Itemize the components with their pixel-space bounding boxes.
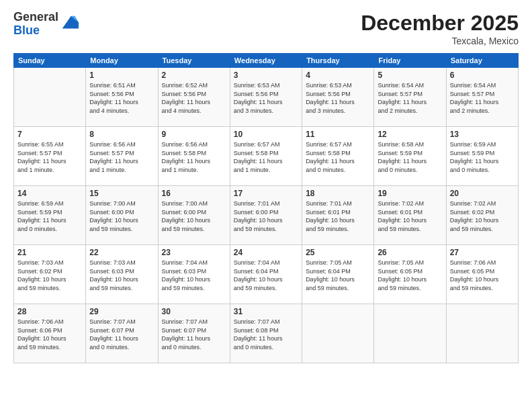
day-info: Sunrise: 7:05 AM Sunset: 6:04 PM Dayligh…	[306, 259, 370, 292]
week-row-2: 7Sunrise: 6:55 AM Sunset: 5:57 PM Daylig…	[14, 127, 519, 186]
day-info: Sunrise: 7:01 AM Sunset: 6:00 PM Dayligh…	[234, 199, 298, 233]
day-info: Sunrise: 7:07 AM Sunset: 6:07 PM Dayligh…	[162, 318, 226, 351]
day-info: Sunrise: 7:04 AM Sunset: 6:04 PM Dayligh…	[234, 259, 298, 292]
calendar-cell: 20Sunrise: 7:02 AM Sunset: 6:02 PM Dayli…	[446, 186, 518, 245]
day-number: 26	[378, 248, 442, 257]
day-number: 11	[306, 130, 370, 139]
calendar-cell: 18Sunrise: 7:01 AM Sunset: 6:01 PM Dayli…	[302, 186, 374, 245]
day-number: 18	[306, 189, 370, 198]
day-number: 15	[89, 189, 154, 198]
day-info: Sunrise: 7:06 AM Sunset: 6:06 PM Dayligh…	[17, 318, 82, 351]
week-row-5: 28Sunrise: 7:06 AM Sunset: 6:06 PM Dayli…	[14, 304, 519, 363]
col-header-wednesday: Wednesday	[230, 54, 302, 68]
calendar-cell: 28Sunrise: 7:06 AM Sunset: 6:06 PM Dayli…	[14, 304, 86, 363]
day-number: 12	[378, 130, 442, 139]
day-info: Sunrise: 6:55 AM Sunset: 5:57 PM Dayligh…	[17, 140, 82, 174]
day-number: 7	[17, 130, 82, 139]
day-info: Sunrise: 6:54 AM Sunset: 5:57 PM Dayligh…	[378, 81, 442, 115]
day-info: Sunrise: 7:00 AM Sunset: 6:00 PM Dayligh…	[89, 199, 154, 233]
logo-blue: Blue	[13, 24, 40, 37]
calendar-cell: 30Sunrise: 7:07 AM Sunset: 6:07 PM Dayli…	[158, 304, 230, 363]
day-number: 31	[234, 307, 298, 316]
header-row: SundayMondayTuesdayWednesdayThursdayFrid…	[14, 54, 519, 68]
calendar-cell: 22Sunrise: 7:03 AM Sunset: 6:03 PM Dayli…	[86, 245, 158, 304]
calendar-cell: 17Sunrise: 7:01 AM Sunset: 6:00 PM Dayli…	[230, 186, 302, 245]
calendar-cell: 16Sunrise: 7:00 AM Sunset: 6:00 PM Dayli…	[158, 186, 230, 245]
day-info: Sunrise: 7:00 AM Sunset: 6:00 PM Dayligh…	[162, 199, 226, 233]
week-row-1: 1Sunrise: 6:51 AM Sunset: 5:56 PM Daylig…	[14, 68, 519, 127]
svg-marker-0	[62, 16, 79, 29]
day-number: 6	[450, 71, 515, 80]
calendar-cell: 11Sunrise: 6:57 AM Sunset: 5:58 PM Dayli…	[302, 127, 374, 186]
calendar-cell: 26Sunrise: 7:05 AM Sunset: 6:05 PM Dayli…	[374, 245, 446, 304]
col-header-friday: Friday	[374, 54, 446, 68]
calendar-cell: 23Sunrise: 7:04 AM Sunset: 6:03 PM Dayli…	[158, 245, 230, 304]
day-info: Sunrise: 7:04 AM Sunset: 6:03 PM Dayligh…	[162, 259, 226, 292]
col-header-sunday: Sunday	[14, 54, 86, 68]
day-info: Sunrise: 7:07 AM Sunset: 6:08 PM Dayligh…	[234, 318, 298, 351]
calendar-cell: 7Sunrise: 6:55 AM Sunset: 5:57 PM Daylig…	[14, 127, 86, 186]
page: General Blue December 2025 Texcala, Mexi…	[0, 0, 532, 411]
calendar-table: SundayMondayTuesdayWednesdayThursdayFrid…	[13, 53, 519, 363]
day-number: 25	[306, 248, 370, 257]
logo-icon	[60, 13, 79, 32]
calendar-cell: 1Sunrise: 6:51 AM Sunset: 5:56 PM Daylig…	[86, 68, 158, 127]
calendar-cell: 24Sunrise: 7:04 AM Sunset: 6:04 PM Dayli…	[230, 245, 302, 304]
day-info: Sunrise: 7:03 AM Sunset: 6:02 PM Dayligh…	[17, 259, 82, 292]
day-number: 10	[234, 130, 298, 139]
day-number: 21	[17, 248, 82, 257]
calendar-cell: 21Sunrise: 7:03 AM Sunset: 6:02 PM Dayli…	[14, 245, 86, 304]
day-number: 4	[306, 71, 370, 80]
day-info: Sunrise: 7:06 AM Sunset: 6:05 PM Dayligh…	[450, 259, 515, 292]
day-info: Sunrise: 7:05 AM Sunset: 6:05 PM Dayligh…	[378, 259, 442, 292]
day-info: Sunrise: 7:02 AM Sunset: 6:02 PM Dayligh…	[450, 199, 515, 233]
calendar-cell: 4Sunrise: 6:53 AM Sunset: 5:56 PM Daylig…	[302, 68, 374, 127]
day-number: 2	[162, 71, 226, 80]
calendar-cell: 15Sunrise: 7:00 AM Sunset: 6:00 PM Dayli…	[86, 186, 158, 245]
day-number: 13	[450, 130, 515, 139]
calendar-cell: 19Sunrise: 7:02 AM Sunset: 6:01 PM Dayli…	[374, 186, 446, 245]
calendar-cell: 12Sunrise: 6:58 AM Sunset: 5:59 PM Dayli…	[374, 127, 446, 186]
day-number: 16	[162, 189, 226, 198]
location: Texcala, Mexico	[361, 36, 519, 46]
week-row-4: 21Sunrise: 7:03 AM Sunset: 6:02 PM Dayli…	[14, 245, 519, 304]
day-info: Sunrise: 7:07 AM Sunset: 6:07 PM Dayligh…	[89, 318, 154, 351]
day-number: 17	[234, 189, 298, 198]
calendar-cell	[446, 304, 518, 363]
day-info: Sunrise: 6:53 AM Sunset: 5:56 PM Dayligh…	[234, 81, 298, 115]
calendar-cell: 31Sunrise: 7:07 AM Sunset: 6:08 PM Dayli…	[230, 304, 302, 363]
calendar-cell	[374, 304, 446, 363]
day-info: Sunrise: 6:51 AM Sunset: 5:56 PM Dayligh…	[89, 81, 154, 115]
calendar-cell: 13Sunrise: 6:59 AM Sunset: 5:59 PM Dayli…	[446, 127, 518, 186]
week-row-3: 14Sunrise: 6:59 AM Sunset: 5:59 PM Dayli…	[14, 186, 519, 245]
day-number: 27	[450, 248, 515, 257]
calendar-cell: 27Sunrise: 7:06 AM Sunset: 6:05 PM Dayli…	[446, 245, 518, 304]
day-info: Sunrise: 6:54 AM Sunset: 5:57 PM Dayligh…	[450, 81, 515, 115]
day-number: 3	[234, 71, 298, 80]
day-number: 22	[89, 248, 154, 257]
calendar-cell: 29Sunrise: 7:07 AM Sunset: 6:07 PM Dayli…	[86, 304, 158, 363]
day-number: 1	[89, 71, 154, 80]
logo: General Blue	[13, 11, 79, 38]
calendar-cell: 3Sunrise: 6:53 AM Sunset: 5:56 PM Daylig…	[230, 68, 302, 127]
col-header-thursday: Thursday	[302, 54, 374, 68]
day-info: Sunrise: 6:59 AM Sunset: 5:59 PM Dayligh…	[17, 199, 82, 233]
calendar-cell: 14Sunrise: 6:59 AM Sunset: 5:59 PM Dayli…	[14, 186, 86, 245]
calendar-cell: 9Sunrise: 6:56 AM Sunset: 5:58 PM Daylig…	[158, 127, 230, 186]
day-number: 29	[89, 307, 154, 316]
day-number: 9	[162, 130, 226, 139]
day-number: 24	[234, 248, 298, 257]
calendar-cell: 6Sunrise: 6:54 AM Sunset: 5:57 PM Daylig…	[446, 68, 518, 127]
calendar-cell: 25Sunrise: 7:05 AM Sunset: 6:04 PM Dayli…	[302, 245, 374, 304]
day-number: 8	[89, 130, 154, 139]
day-number: 28	[17, 307, 82, 316]
day-info: Sunrise: 7:03 AM Sunset: 6:03 PM Dayligh…	[89, 259, 154, 292]
calendar-cell: 5Sunrise: 6:54 AM Sunset: 5:57 PM Daylig…	[374, 68, 446, 127]
title-block: December 2025 Texcala, Mexico	[361, 11, 519, 46]
calendar-cell	[14, 68, 86, 127]
header: General Blue December 2025 Texcala, Mexi…	[13, 11, 519, 46]
day-info: Sunrise: 6:56 AM Sunset: 5:57 PM Dayligh…	[89, 140, 154, 174]
month-title: December 2025	[361, 11, 519, 36]
calendar-cell: 2Sunrise: 6:52 AM Sunset: 5:56 PM Daylig…	[158, 68, 230, 127]
col-header-saturday: Saturday	[446, 54, 518, 68]
